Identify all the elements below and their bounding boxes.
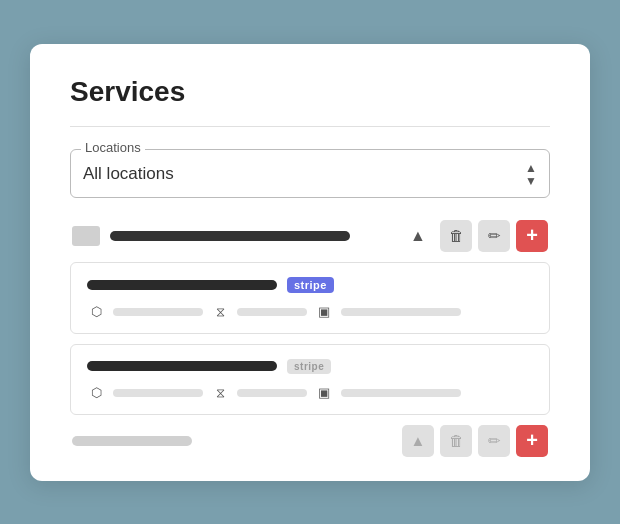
bottom-collapse-button[interactable]: ▲ [402, 425, 434, 457]
bottom-delete-button[interactable]: 🗑 [440, 425, 472, 457]
locations-fieldset: Locations All locations ▲ ▼ [70, 149, 550, 198]
cube-icon-2: ⬡ [87, 384, 105, 402]
bottom-row: ▲ 🗑 ✏ + [70, 425, 550, 457]
meta-bar-2a [113, 389, 203, 397]
stripe-badge-1: stripe [287, 277, 334, 293]
row-title-bar [110, 231, 350, 241]
row-icon-box [72, 226, 100, 246]
cube-icon-1: ⬡ [87, 303, 105, 321]
service-card-2: stripe ⬡ ⧖ ▣ [70, 344, 550, 415]
edit-button[interactable]: ✏ [478, 220, 510, 252]
service-meta-row-2: ⬡ ⧖ ▣ [87, 384, 533, 402]
service-header-row: ▲ 🗑 ✏ + [70, 220, 550, 252]
bottom-title-bar [72, 436, 192, 446]
delete-button[interactable]: 🗑 [440, 220, 472, 252]
bottom-add-button[interactable]: + [516, 425, 548, 457]
service-card-1: stripe ⬡ ⧖ ▣ [70, 262, 550, 334]
locations-select[interactable]: All locations ▲ ▼ [83, 162, 537, 187]
meta-bar-1a [113, 308, 203, 316]
service-meta-row-1: ⬡ ⧖ ▣ [87, 303, 533, 321]
main-card: Services Locations All locations ▲ ▼ ▲ 🗑… [30, 44, 590, 481]
meta-bar-2b [237, 389, 307, 397]
screen-icon-1: ▣ [315, 303, 333, 321]
service-name-bar-1 [87, 280, 277, 290]
title-divider [70, 126, 550, 127]
locations-label: Locations [81, 140, 145, 155]
row-actions: ▲ 🗑 ✏ + [402, 220, 548, 252]
collapse-button[interactable]: ▲ [402, 220, 434, 252]
page-title: Services [70, 76, 550, 108]
meta-bar-1c [341, 308, 461, 316]
meta-bar-2c [341, 389, 461, 397]
locations-value: All locations [83, 164, 174, 184]
bottom-row-actions: ▲ 🗑 ✏ + [402, 425, 548, 457]
hourglass-icon-1: ⧖ [211, 303, 229, 321]
bottom-edit-button[interactable]: ✏ [478, 425, 510, 457]
service-card-1-title-row: stripe [87, 277, 533, 293]
service-card-2-title-row: stripe [87, 359, 533, 374]
service-name-bar-2 [87, 361, 277, 371]
add-button[interactable]: + [516, 220, 548, 252]
meta-bar-1b [237, 308, 307, 316]
select-arrows-icon: ▲ ▼ [525, 162, 537, 187]
hourglass-icon-2: ⧖ [211, 384, 229, 402]
stripe-badge-2: stripe [287, 359, 331, 374]
screen-icon-2: ▣ [315, 384, 333, 402]
